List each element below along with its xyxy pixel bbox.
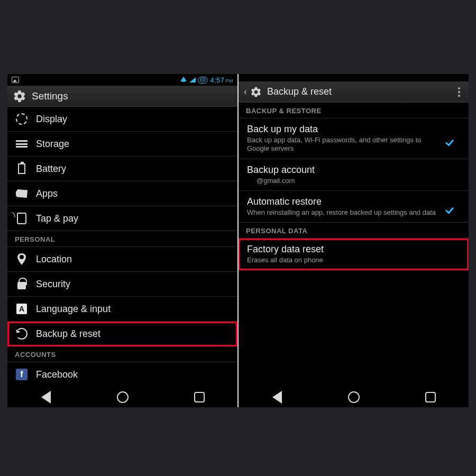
row-apps[interactable]: Apps xyxy=(7,181,237,206)
row-label: Display xyxy=(36,114,67,125)
phones-row: 69 4:57PM Settings Display Storage xyxy=(7,74,469,407)
backup-titlebar: ‹ Backup & reset xyxy=(239,81,469,103)
row-backup-account[interactable]: Backup account @gmail.com xyxy=(239,159,469,191)
nav-recent-button[interactable] xyxy=(423,390,438,405)
row-label: Tap & pay xyxy=(36,213,78,224)
row-label: Location xyxy=(36,254,72,265)
item-subtitle: @gmail.com xyxy=(247,177,460,185)
status-bar: 69 4:57PM xyxy=(7,74,237,86)
reset-icon xyxy=(15,327,29,341)
backup-list[interactable]: BACKUP & RESTORE Back up my data Back up… xyxy=(239,103,469,387)
row-backup-reset[interactable]: Backup & reset xyxy=(7,322,237,346)
item-title: Automatic restore xyxy=(247,196,443,207)
nav-bar xyxy=(239,387,469,407)
row-label: Backup & reset xyxy=(36,328,100,340)
section-backup-restore: BACKUP & RESTORE xyxy=(239,103,469,118)
status-left xyxy=(12,77,19,83)
picture-icon xyxy=(12,77,19,83)
gear-icon xyxy=(13,89,26,103)
row-label: Security xyxy=(36,279,70,290)
row-backup-my-data[interactable]: Back up my data Back up app data, Wi-Fi … xyxy=(239,118,469,159)
tappay-icon xyxy=(15,212,29,225)
nav-bar xyxy=(7,387,237,407)
settings-list[interactable]: Display Storage Battery Apps Tap & pay xyxy=(7,107,237,387)
lock-icon xyxy=(15,277,29,291)
signal-icon xyxy=(189,77,196,83)
settings-title: Settings xyxy=(32,90,68,102)
display-icon xyxy=(15,112,29,126)
item-subtitle: When reinstalling an app, restore backed… xyxy=(247,208,443,217)
checkmark-icon[interactable] xyxy=(448,133,460,144)
settings-titlebar: Settings xyxy=(7,86,237,107)
item-title: Back up my data xyxy=(247,124,443,135)
row-facebook[interactable]: f Facebook xyxy=(7,362,237,387)
phone-settings: 69 4:57PM Settings Display Storage xyxy=(7,74,239,407)
status-right: 69 4:57PM xyxy=(180,76,233,84)
stage: 69 4:57PM Settings Display Storage xyxy=(0,0,476,476)
row-factory-reset[interactable]: Factory data reset Erases all data on ph… xyxy=(239,239,469,270)
battery-level: 69 xyxy=(198,77,208,84)
nav-recent-button[interactable] xyxy=(192,390,207,405)
overflow-menu-button[interactable] xyxy=(455,85,463,99)
back-icon[interactable]: ‹ xyxy=(244,86,247,97)
nav-home-button[interactable] xyxy=(346,390,361,405)
phone-backup-reset: ‹ Backup & reset BACKUP & RESTORE Back u… xyxy=(239,74,469,407)
row-automatic-restore[interactable]: Automatic restore When reinstalling an a… xyxy=(239,191,469,223)
row-security[interactable]: Security xyxy=(7,272,237,297)
section-accounts: ACCOUNTS xyxy=(7,346,237,362)
nav-back-button[interactable] xyxy=(39,390,53,405)
location-icon xyxy=(15,252,29,266)
section-personal: PERSONAL xyxy=(7,231,237,247)
apps-icon xyxy=(15,187,29,200)
row-location[interactable]: Location xyxy=(7,247,237,272)
row-label: Apps xyxy=(36,188,58,199)
checkmark-icon[interactable] xyxy=(448,200,460,212)
facebook-icon: f xyxy=(15,368,29,381)
row-display[interactable]: Display xyxy=(7,107,237,132)
gear-icon xyxy=(250,86,262,98)
row-label: Battery xyxy=(36,163,66,175)
row-label: Facebook xyxy=(36,369,78,380)
item-title: Backup account xyxy=(247,164,460,176)
storage-icon xyxy=(15,137,29,151)
item-subtitle: Erases all data on phone xyxy=(247,256,460,264)
battery-icon xyxy=(15,162,29,176)
clock: 4:57PM xyxy=(210,76,233,84)
language-icon: A xyxy=(15,302,29,316)
wifi-icon xyxy=(180,77,187,82)
nav-back-button[interactable] xyxy=(270,390,285,405)
status-bar xyxy=(239,74,469,81)
row-label: Storage xyxy=(36,139,69,150)
section-personal-data: PERSONAL DATA xyxy=(239,223,469,239)
row-language[interactable]: A Language & input xyxy=(7,297,237,322)
nav-home-button[interactable] xyxy=(115,390,130,405)
row-battery[interactable]: Battery xyxy=(7,157,237,181)
backup-title: Backup & reset xyxy=(267,86,332,97)
item-title: Factory data reset xyxy=(247,244,460,255)
item-subtitle: Back up app data, Wi-Fi passwords, and o… xyxy=(247,136,443,153)
row-label: Language & input xyxy=(36,304,111,315)
row-tappay[interactable]: Tap & pay xyxy=(7,206,237,231)
row-storage[interactable]: Storage xyxy=(7,132,237,157)
